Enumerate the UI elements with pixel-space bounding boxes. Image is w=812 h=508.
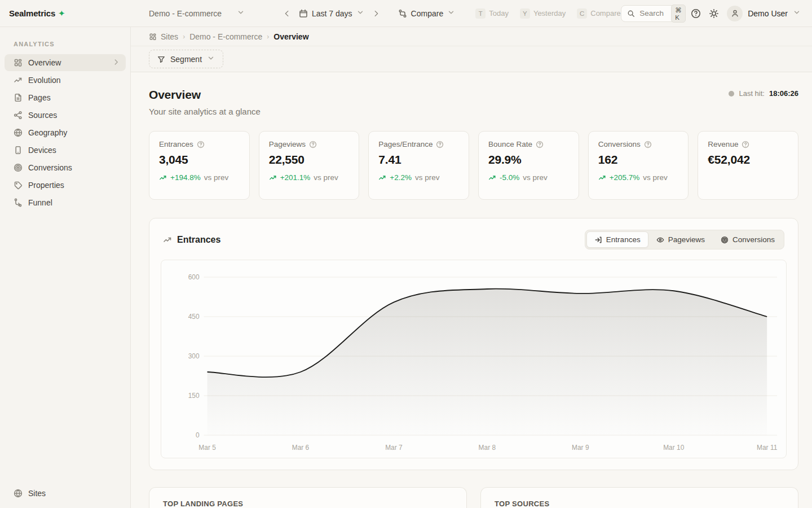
user-name: Demo User xyxy=(748,9,788,18)
sidebar-item-devices[interactable]: Devices xyxy=(5,142,126,159)
metric-card-revenue[interactable]: Revenue €52,042 xyxy=(698,131,798,200)
hotkey-label: Compare xyxy=(590,9,620,17)
sidebar-item-label: Pages xyxy=(28,93,51,102)
trending-up-icon xyxy=(159,174,167,182)
sidebar-item-label: Funnel xyxy=(28,198,52,207)
date-range-selector[interactable]: Last 7 days xyxy=(297,8,367,18)
sidebar-item-conversions[interactable]: Conversions xyxy=(5,159,126,176)
git-compare-icon xyxy=(398,9,407,18)
dashboard-grid-icon xyxy=(14,58,23,67)
metric-value: 7.41 xyxy=(378,153,459,167)
chart-title: Entrances xyxy=(177,235,220,245)
tab-label: Conversions xyxy=(732,235,775,244)
search-box[interactable]: ⌘ K xyxy=(621,5,683,22)
globe-icon xyxy=(14,128,23,137)
chart-metric-tabs: Entrances Pageviews Conversions xyxy=(585,230,784,249)
trending-up-icon xyxy=(269,174,277,182)
entrances-chart[interactable]: 0150300450600Mar 5Mar 6Mar 7Mar 8Mar 9Ma… xyxy=(161,260,787,458)
site-selector[interactable]: Demo - E-commerce xyxy=(149,8,245,18)
brand-name: Sealmetrics xyxy=(9,8,55,18)
last-hit-label: Last hit: xyxy=(739,89,765,98)
metric-card-bounce-rate[interactable]: Bounce Rate 29.9% -5.0% vs prev xyxy=(478,131,579,200)
sidebar-item-label: Sources xyxy=(28,111,57,120)
help-circle-icon[interactable] xyxy=(536,141,544,148)
trending-up-icon xyxy=(163,235,172,244)
calendar-icon xyxy=(299,9,308,18)
help-circle-icon[interactable] xyxy=(644,141,652,148)
sidebar-item-overview[interactable]: Overview xyxy=(5,54,126,71)
hotkey-yesterday[interactable]: Y Yesterday xyxy=(520,8,566,19)
sidebar-item-funnel[interactable]: Funnel xyxy=(5,194,126,211)
breadcrumb-separator: › xyxy=(267,33,269,41)
bottom-cards: TOP LANDING PAGES TOP SOURCES xyxy=(149,487,798,508)
help-circle-icon[interactable] xyxy=(436,141,444,148)
sidebar-item-label: Geography xyxy=(28,128,67,137)
chevron-down-icon xyxy=(793,8,801,18)
compare-label: Compare xyxy=(411,9,444,18)
sidebar-item-pages[interactable]: Pages xyxy=(5,89,126,106)
search-input[interactable] xyxy=(639,9,667,17)
top-sources-card[interactable]: TOP SOURCES xyxy=(480,487,798,508)
metric-delta: +201.1% xyxy=(280,173,311,182)
keycap: T xyxy=(475,8,486,19)
help-button[interactable] xyxy=(691,8,701,19)
sidebar-item-geography[interactable]: Geography xyxy=(5,124,126,141)
sidebar-item-sources[interactable]: Sources xyxy=(5,107,126,124)
chevron-down-icon xyxy=(356,8,364,18)
tab-entrances[interactable]: Entrances xyxy=(586,231,648,248)
hotkey-label: Yesterday xyxy=(533,9,566,17)
metric-vs-prev: vs prev xyxy=(523,173,548,182)
sidebar-item-evolution[interactable]: Evolution xyxy=(5,72,126,89)
metric-vs-prev: vs prev xyxy=(204,173,229,182)
help-circle-icon[interactable] xyxy=(309,141,317,148)
user-menu[interactable]: Demo User xyxy=(727,6,801,21)
hotkey-today[interactable]: T Today xyxy=(475,8,509,19)
breadcrumb-sites[interactable]: Sites xyxy=(149,32,178,41)
tab-pageviews[interactable]: Pageviews xyxy=(648,231,713,248)
brand-logo[interactable]: Sealmetrics ✦ xyxy=(0,8,131,19)
site-selector-value: Demo - E-commerce xyxy=(149,9,222,18)
sidebar-item-sites[interactable]: Sites xyxy=(5,485,126,502)
metric-card-pages-entrance[interactable]: Pages/Entrance 7.41 +2.2% vs prev xyxy=(368,131,469,200)
svg-text:Mar 8: Mar 8 xyxy=(479,444,496,452)
segment-button[interactable]: Segment xyxy=(149,50,223,68)
globe-icon xyxy=(14,489,23,498)
svg-text:Mar 10: Mar 10 xyxy=(663,444,684,452)
chevron-down-icon xyxy=(237,8,245,18)
metric-label: Pageviews xyxy=(269,140,306,148)
breadcrumb-site[interactable]: Demo - E-commerce xyxy=(189,32,262,41)
chevron-right-icon xyxy=(112,58,120,68)
theme-toggle-button[interactable] xyxy=(709,8,719,19)
eye-icon xyxy=(656,236,664,244)
help-circle-icon[interactable] xyxy=(197,141,205,148)
target-icon xyxy=(721,236,729,244)
funnel-branch-icon xyxy=(14,198,23,207)
page-title: Overview xyxy=(149,88,261,102)
metric-card-pageviews[interactable]: Pageviews 22,550 +201.1% vs prev xyxy=(259,131,360,200)
hotkey-compare[interactable]: C Compare xyxy=(577,8,620,19)
tab-conversions[interactable]: Conversions xyxy=(713,231,783,248)
compare-selector[interactable]: Compare xyxy=(398,8,456,18)
sidebar-item-properties[interactable]: Properties xyxy=(5,177,126,194)
prev-period-button[interactable] xyxy=(277,6,297,21)
metric-card-entrances[interactable]: Entrances 3,045 +194.8% vs prev xyxy=(149,131,250,200)
tab-label: Entrances xyxy=(606,235,641,244)
target-icon xyxy=(14,163,23,172)
top-landing-pages-card[interactable]: TOP LANDING PAGES xyxy=(149,487,467,508)
next-period-button[interactable] xyxy=(367,6,386,21)
trending-up-icon xyxy=(14,76,23,85)
help-circle-icon[interactable] xyxy=(742,141,749,148)
metric-delta: +194.8% xyxy=(170,173,201,182)
spark-icon: ✦ xyxy=(58,8,65,19)
breadcrumb-separator: › xyxy=(183,33,185,41)
chevron-down-icon xyxy=(207,54,215,64)
search-icon xyxy=(627,10,635,17)
status-dot xyxy=(729,91,734,97)
metric-card-conversions[interactable]: Conversions 162 +205.7% vs prev xyxy=(588,131,689,200)
card-title: TOP SOURCES xyxy=(495,500,784,508)
svg-text:Mar 9: Mar 9 xyxy=(572,444,589,452)
svg-text:Mar 5: Mar 5 xyxy=(198,444,216,452)
last-hit-indicator: Last hit: 18:06:26 xyxy=(729,89,798,98)
dashboard-grid-icon xyxy=(149,33,157,41)
breadcrumb-row: Sites › Demo - E-commerce › Overview xyxy=(131,27,812,46)
